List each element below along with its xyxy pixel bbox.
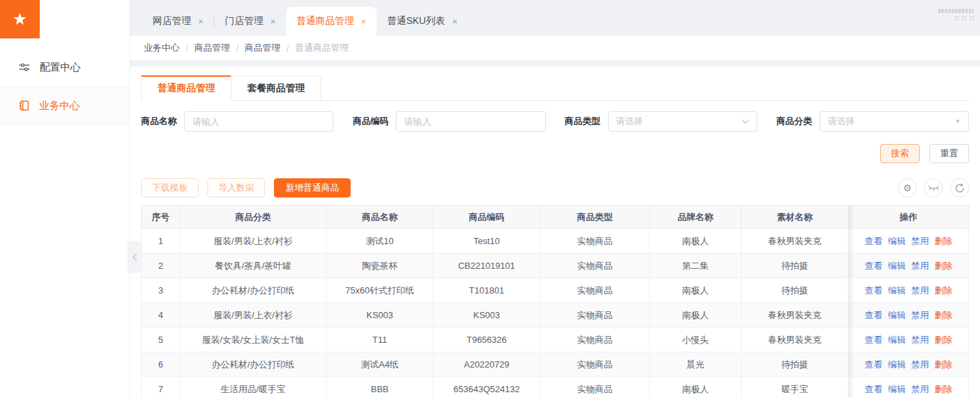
- filter-label: 商品分类: [777, 115, 812, 128]
- table-cell: T11: [327, 328, 434, 352]
- breadcrumb-item-3[interactable]: 商品管理: [244, 42, 280, 54]
- table-cell: 小慢头: [650, 328, 742, 352]
- caret-down-icon: ▼: [955, 118, 961, 125]
- tab-label: 网店管理: [153, 15, 191, 27]
- edit-link[interactable]: 编辑: [888, 236, 906, 246]
- edit-link[interactable]: 编辑: [888, 285, 906, 296]
- table-cell: 第二集: [650, 254, 742, 278]
- content-card: 普通商品管理 套餐商品管理 商品名称 商品编码 商品类型 请选择 商品分类 请选…: [130, 67, 980, 397]
- edit-link[interactable]: 编辑: [888, 310, 906, 320]
- filter-select-4[interactable]: 请选择 ▼: [820, 111, 969, 132]
- breadcrumb-item-1[interactable]: 业务中心: [144, 42, 179, 54]
- edit-link[interactable]: 编辑: [888, 359, 906, 370]
- delete-link[interactable]: 删除: [935, 384, 953, 394]
- page-tabs: 普通商品管理 套餐商品管理: [141, 75, 969, 101]
- table-cell: A20220729: [434, 352, 540, 377]
- app-logo[interactable]: ★: [0, 0, 40, 38]
- table-row-2: 2餐饮具/茶具/茶叶罐陶瓷茶杯CB221019101实物商品第二集待拍摄查看编辑…: [142, 254, 969, 278]
- filter-select-3[interactable]: 请选择: [608, 111, 757, 132]
- sidebar-item-label: 业务中心: [39, 99, 80, 112]
- tab-label: 普通SKU列表: [387, 15, 445, 27]
- refresh-icon: [955, 183, 965, 193]
- column-header-7: 素材名称: [742, 206, 849, 229]
- table-cell: 南极人: [650, 278, 742, 303]
- refresh-button[interactable]: [950, 178, 969, 197]
- delete-link[interactable]: 删除: [935, 359, 953, 370]
- table-cell: 春秋男装夹克: [742, 229, 849, 254]
- sidebar-collapse-handle[interactable]: [127, 241, 142, 273]
- sidebar-item-2[interactable]: 业务中心: [0, 86, 129, 125]
- filter-group: 商品分类 请选择 ▼: [777, 111, 969, 132]
- disable-link[interactable]: 禁用: [912, 310, 929, 320]
- delete-link[interactable]: 删除: [935, 236, 953, 246]
- column-header-5: 商品类型: [540, 206, 650, 229]
- disable-link[interactable]: 禁用: [912, 384, 929, 394]
- table-row-4: 4服装/男装/上衣/衬衫KS003KS003实物商品南极人春秋男装夹克查看编辑禁…: [142, 303, 969, 328]
- download-template-button[interactable]: 下载模板: [141, 178, 199, 197]
- add-product-button[interactable]: 新增普通商品: [274, 178, 351, 197]
- top-tabbar: 网店管理 ✕ 门店管理 ✕ 普通商品管理 ✕ 普通SKU列表 ✕: [130, 0, 980, 36]
- top-tab-3[interactable]: 普通商品管理 ✕: [286, 7, 377, 36]
- view-link[interactable]: 查看: [865, 359, 883, 370]
- table-cell: 待拍摄: [742, 278, 849, 303]
- page-tab-2[interactable]: 套餐商品管理: [231, 75, 321, 101]
- sidebar-item-1[interactable]: 配置中心: [0, 48, 129, 86]
- top-tab-2[interactable]: 门店管理 ✕: [214, 7, 286, 36]
- top-tab-1[interactable]: 网店管理 ✕: [142, 7, 214, 36]
- disable-link[interactable]: 禁用: [912, 261, 929, 271]
- search-button[interactable]: 搜索: [880, 144, 920, 163]
- breadcrumb: 业务中心/商品管理/商品管理/普通商品管理: [130, 36, 980, 60]
- delete-link[interactable]: 删除: [935, 285, 953, 296]
- edit-link[interactable]: 编辑: [888, 384, 906, 394]
- table-toolbar: 下载模板 导入数据 新增普通商品 ⚙: [141, 178, 969, 197]
- close-icon[interactable]: ✕: [198, 18, 203, 25]
- disable-link[interactable]: 禁用: [912, 359, 929, 370]
- view-link[interactable]: 查看: [865, 236, 883, 246]
- edit-link[interactable]: 编辑: [888, 261, 906, 271]
- table-cell: 实物商品: [540, 229, 650, 254]
- gear-button[interactable]: ⚙: [898, 178, 917, 197]
- search-actions: 搜索 重置: [141, 144, 969, 163]
- view-link[interactable]: 查看: [865, 285, 883, 296]
- table-cell: 南极人: [650, 229, 742, 254]
- table-row-6: 6办公耗材/办公打印纸测试A4纸A20220729实物商品晨光待拍摄查看编辑禁用…: [142, 352, 969, 377]
- view-link[interactable]: 查看: [865, 335, 883, 345]
- eye-closed-icon: [928, 184, 940, 192]
- filter-input-2[interactable]: [396, 111, 545, 132]
- breadcrumb-separator: /: [186, 43, 188, 53]
- chevron-left-icon: [132, 253, 138, 261]
- gear-icon: ⚙: [903, 183, 912, 193]
- delete-link[interactable]: 删除: [935, 310, 953, 320]
- disable-link[interactable]: 禁用: [912, 236, 929, 246]
- import-data-button[interactable]: 导入数据: [208, 178, 265, 197]
- table-cell: 晨光: [650, 352, 742, 377]
- breadcrumb-item-2[interactable]: 商品管理: [194, 42, 230, 54]
- close-icon[interactable]: ✕: [361, 18, 366, 25]
- view-link[interactable]: 查看: [865, 384, 883, 394]
- disable-link[interactable]: 禁用: [912, 285, 929, 296]
- table-cell: 南极人: [650, 377, 742, 397]
- reset-button[interactable]: 重置: [929, 144, 969, 163]
- table-cell: 6: [142, 352, 180, 377]
- column-header-3: 商品名称: [327, 206, 434, 229]
- eye-closed-button[interactable]: [924, 178, 943, 197]
- top-tab-4[interactable]: 普通SKU列表 ✕: [377, 7, 468, 36]
- filter-input-1[interactable]: [184, 111, 334, 132]
- table-body: 1服装/男装/上衣/衬衫测试10Test10实物商品南极人春秋男装夹克查看编辑禁…: [142, 229, 969, 397]
- table-cell: 春秋男装夹克: [742, 303, 849, 328]
- sidebar-nav: 配置中心 业务中心: [0, 48, 129, 125]
- view-link[interactable]: 查看: [865, 261, 883, 271]
- view-link[interactable]: 查看: [865, 310, 883, 320]
- page-tab-1[interactable]: 普通商品管理: [141, 75, 231, 101]
- watermark: [938, 9, 974, 21]
- tab-label: 门店管理: [225, 15, 263, 27]
- breadcrumb-item-4: 普通商品管理: [295, 42, 349, 54]
- table-cell: 实物商品: [540, 352, 650, 377]
- disable-link[interactable]: 禁用: [912, 335, 929, 345]
- close-icon[interactable]: ✕: [452, 18, 457, 25]
- edit-link[interactable]: 编辑: [888, 335, 906, 345]
- delete-link[interactable]: 删除: [935, 335, 953, 345]
- table-tools: ⚙: [898, 178, 969, 197]
- close-icon[interactable]: ✕: [270, 18, 275, 25]
- delete-link[interactable]: 删除: [935, 261, 953, 271]
